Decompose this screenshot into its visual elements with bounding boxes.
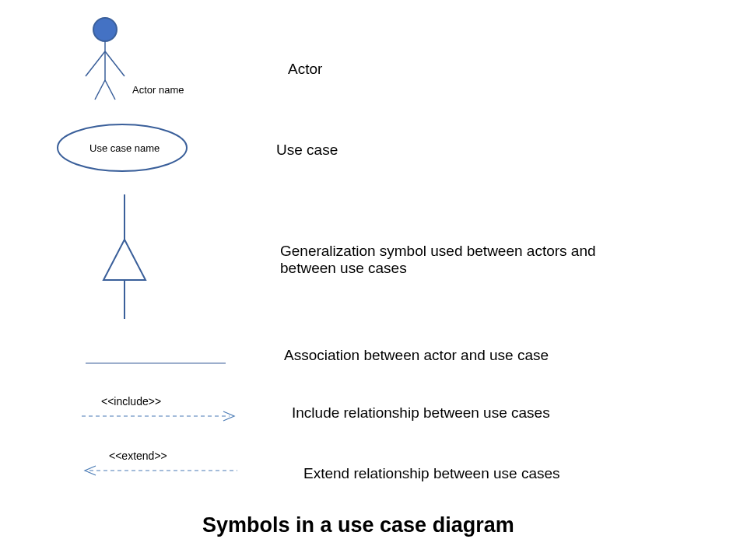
svg-line-4	[95, 80, 105, 100]
svg-line-5	[105, 80, 115, 100]
extend-stereotype: <<extend>>	[109, 450, 167, 462]
generalization-symbol	[97, 194, 152, 319]
association-desc: Association between actor and use case	[284, 347, 549, 364]
page-title: Symbols in a use case diagram	[202, 513, 514, 537]
generalization-desc: Generalization symbol used between actor…	[280, 243, 607, 277]
include-dashed-arrow-icon	[82, 411, 237, 422]
extend-symbol	[82, 465, 237, 476]
svg-line-2	[86, 51, 105, 76]
svg-point-0	[93, 18, 117, 41]
svg-marker-8	[103, 240, 146, 280]
association-symbol	[86, 354, 226, 357]
extend-desc: Extend relationship between use cases	[303, 465, 560, 482]
generalization-triangle-icon	[97, 194, 152, 319]
actor-symbol-label: Actor name	[132, 84, 184, 96]
actor-desc: Actor	[288, 61, 322, 78]
include-symbol	[82, 411, 237, 422]
svg-line-3	[105, 51, 124, 76]
association-line-icon	[86, 362, 226, 365]
extend-dashed-arrow-icon	[82, 465, 237, 476]
include-stereotype: <<include>>	[101, 395, 161, 408]
include-desc: Include relationship between use cases	[292, 404, 550, 422]
usecase-symbol-label: Use case name	[89, 142, 160, 154]
usecase-desc: Use case	[276, 142, 338, 159]
